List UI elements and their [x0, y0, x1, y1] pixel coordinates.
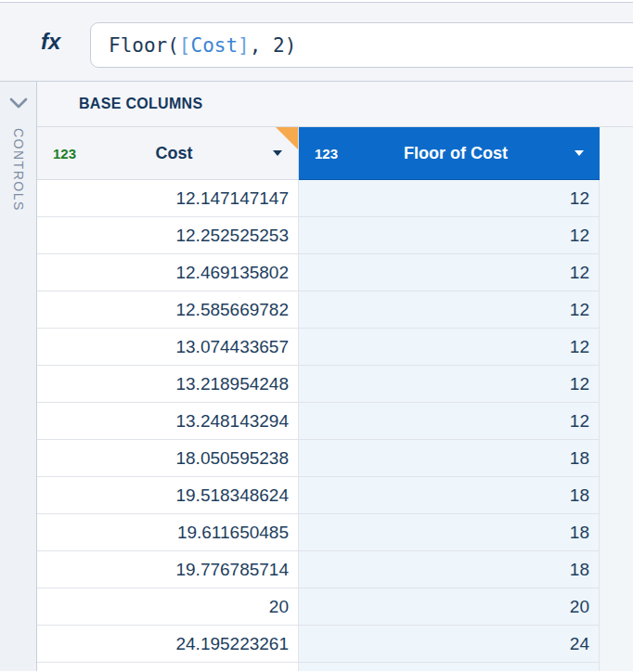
table-panel: BASE COLUMNS 123 Cost 123 Floor of Cost [37, 82, 633, 671]
base-columns-header: BASE COLUMNS [37, 82, 633, 127]
caret-down-icon[interactable] [574, 149, 585, 157]
floor-cell[interactable]: 12 [299, 291, 600, 329]
column-header-floor-of-cost[interactable]: 123 Floor of Cost [299, 127, 600, 180]
table-row: 12.252525253 12 [37, 217, 633, 254]
orange-corner-flag-icon [276, 127, 298, 149]
formula-input[interactable]: Floor([Cost], 2) [90, 22, 633, 68]
column-label-floor-of-cost: Floor of Cost [338, 144, 574, 163]
chevron-down-icon[interactable] [8, 97, 29, 113]
floor-cell[interactable]: 18 [299, 477, 600, 514]
formula-field-token: Cost [191, 34, 239, 57]
floor-cell[interactable]: 24 [299, 626, 600, 663]
floor-cell[interactable]: 20 [299, 588, 600, 626]
cost-cell[interactable]: 13.218954248 [37, 366, 299, 403]
floor-cell[interactable]: 18 [299, 514, 600, 551]
section-title: BASE COLUMNS [79, 96, 202, 112]
formula-prefix: Floor( [109, 34, 179, 57]
floor-cell[interactable]: 18 [299, 440, 600, 477]
table-row: 24.195223261 24 [37, 626, 633, 663]
table-row: 12.147147147 12 [37, 180, 633, 217]
table-row: 12.469135802 12 [37, 254, 633, 291]
cost-cell[interactable]: 19.776785714 [37, 551, 299, 588]
cost-cell[interactable]: 12.147147147 [37, 180, 299, 217]
table-row: 12.585669782 12 [37, 291, 633, 329]
cost-cell[interactable]: 13.074433657 [37, 329, 299, 366]
controls-sidebar[interactable]: CONTROLS [0, 82, 37, 671]
cost-cell [37, 663, 299, 671]
cost-cell[interactable]: 24.195223261 [37, 626, 299, 663]
number-type-icon: 123 [53, 146, 76, 162]
floor-cell[interactable]: 12 [299, 217, 600, 254]
table-row: 13.074433657 12 [37, 329, 633, 366]
formula-bar: fx Floor([Cost], 2) [0, 2, 633, 82]
app: fx Floor([Cost], 2) CONTROLS BASE COLUMN… [0, 2, 633, 671]
cost-cell[interactable]: 12.585669782 [37, 291, 299, 329]
floor-cell[interactable]: 12 [299, 180, 600, 217]
floor-cell[interactable]: 12 [299, 254, 600, 291]
main-area: CONTROLS BASE COLUMNS 123 Cost [0, 82, 633, 671]
table-row: 19.776785714 18 [37, 551, 633, 588]
floor-cell [299, 663, 600, 671]
formula-bracket-open: [ [179, 34, 191, 57]
number-type-icon: 123 [315, 146, 338, 162]
table-row-partial [37, 663, 633, 671]
cost-cell[interactable]: 12.252525253 [37, 217, 299, 254]
column-header-cost[interactable]: 123 Cost [37, 127, 299, 180]
table-row: 20 20 [37, 588, 633, 626]
floor-cell[interactable]: 18 [299, 551, 600, 588]
cost-cell[interactable]: 19.611650485 [37, 514, 299, 551]
table-row: 19.611650485 18 [37, 514, 633, 551]
table-body: 12.147147147 12 12.252525253 12 12.46913… [37, 180, 633, 663]
controls-label: CONTROLS [11, 128, 26, 212]
fx-icon: fx [41, 29, 60, 55]
formula-bracket-close: ] [238, 34, 250, 57]
cost-cell[interactable]: 13.248143294 [37, 403, 299, 440]
table-row: 13.218954248 12 [37, 366, 633, 403]
caret-down-icon[interactable] [272, 149, 283, 157]
column-header-row: 123 Cost 123 Floor of Cost [37, 127, 633, 180]
table-row: 18.050595238 18 [37, 440, 633, 477]
column-label-cost: Cost [76, 144, 272, 163]
cost-cell[interactable]: 12.469135802 [37, 254, 299, 291]
table-row: 19.518348624 18 [37, 477, 633, 514]
cost-cell[interactable]: 20 [37, 588, 299, 626]
cost-cell[interactable]: 18.050595238 [37, 440, 299, 477]
floor-cell[interactable]: 12 [299, 403, 600, 440]
floor-cell[interactable]: 12 [299, 366, 600, 403]
formula-suffix: , 2) [250, 34, 297, 57]
floor-cell[interactable]: 12 [299, 329, 600, 366]
cost-cell[interactable]: 19.518348624 [37, 477, 299, 514]
table-row: 13.248143294 12 [37, 403, 633, 440]
